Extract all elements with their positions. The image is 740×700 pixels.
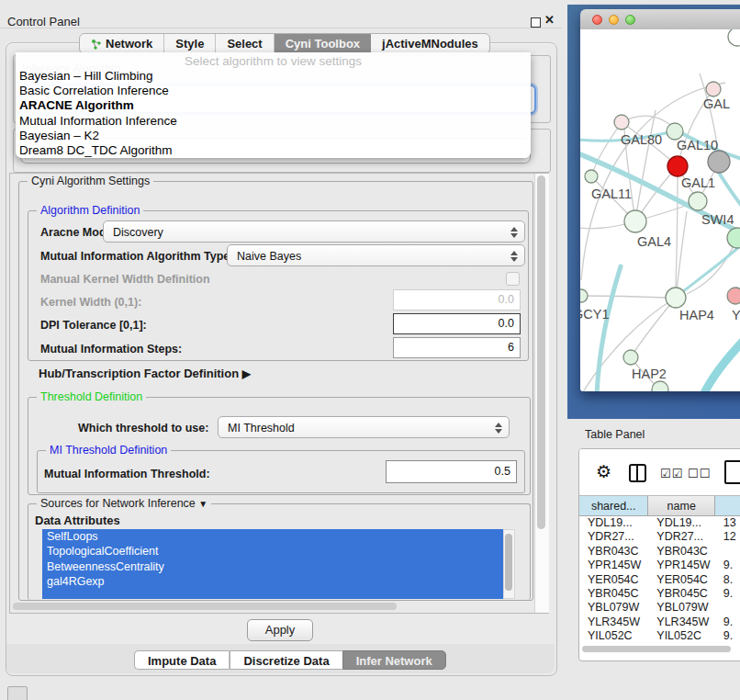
aracne-mode-combobox[interactable]: Discovery [103, 220, 525, 243]
table-panel: ⚙ ☑☑ ☐☐ shared... name YDL19...YDL19...1… [578, 448, 740, 661]
algorithm-placeholder: Select algorithm to view settings [16, 52, 531, 69]
table-cell: YER054C [648, 573, 715, 587]
network-node-gal[interactable] [706, 82, 721, 96]
table-cell [715, 545, 740, 559]
table-horizontal-scrollbar-thumb[interactable] [582, 646, 731, 652]
deselect-all-checkboxes-icon[interactable]: ☐☐ [688, 467, 711, 480]
algorithm-option[interactable]: Bayesian – K2 [16, 129, 531, 143]
tab-jactivemnodules[interactable]: jActiveMNodules [371, 34, 489, 53]
table-row[interactable]: YBR043CYBR043C [579, 545, 740, 559]
algorithm-option[interactable]: ARACNE Algorithm [16, 98, 531, 113]
attributes-list-scrollbar-thumb[interactable] [505, 534, 512, 591]
node-label: GAL4 [637, 234, 671, 249]
combo-arrows-icon [510, 250, 518, 263]
settings-vertical-scrollbar-thumb[interactable] [537, 175, 545, 529]
table-row[interactable]: YDL19...YDL19...13 [579, 516, 740, 530]
network-node[interactable] [708, 151, 730, 173]
table-cell: YBL079W [648, 601, 715, 615]
attribute-list-item[interactable]: BetweennessCentrality [42, 559, 503, 574]
network-node-gal11[interactable] [585, 170, 598, 183]
table-cell: YBR045C [648, 587, 715, 601]
table-row[interactable]: YDR27...YDR27...12 [579, 530, 740, 544]
mi-algorithm-type-label: Mutual Information Algorithm Type: [40, 250, 233, 263]
mi-algorithm-type-combobox[interactable]: Naive Bayes [227, 244, 525, 266]
tab-discretize-data[interactable]: Discretize Data [230, 650, 342, 670]
window-close-button[interactable] [592, 15, 602, 25]
table-body: YDL19...YDL19...13YDR27...YDR27...12YBR0… [579, 516, 740, 644]
node-label: GAL80 [621, 132, 662, 147]
table-row[interactable]: YER054CYER054C8. [579, 573, 740, 587]
collapsed-panel-button[interactable] [7, 686, 28, 700]
tab-infer-network[interactable]: Infer Network [342, 650, 446, 670]
table-row[interactable]: YLR345WYLR345W9. [579, 615, 740, 629]
attribute-list-item[interactable]: SelfLoops [42, 529, 503, 544]
which-threshold-value: MI Threshold [228, 422, 295, 435]
manual-kernel-width-checkbox[interactable] [506, 272, 520, 286]
column-header-partial[interactable] [715, 496, 740, 515]
dpi-tolerance-field[interactable]: 0.0 [393, 313, 521, 334]
tab-cyni-toolbox[interactable]: Cyni Toolbox [275, 34, 371, 53]
tab-select[interactable]: Select [216, 34, 274, 53]
which-threshold-combobox[interactable]: MI Threshold [218, 416, 510, 438]
new-table-icon[interactable] [724, 460, 740, 484]
table-row[interactable]: YBR045CYBR045C9. [579, 587, 740, 601]
collapse-down-icon: ▼ [198, 499, 207, 509]
select-all-checkboxes-icon[interactable]: ☑☑ [660, 467, 683, 480]
network-node-gal80[interactable] [614, 115, 629, 130]
float-window-icon[interactable] [531, 17, 541, 28]
network-node-hap4[interactable] [666, 288, 686, 308]
tab-impute-data[interactable]: Impute Data [134, 650, 229, 670]
table-row[interactable]: YIL052CYIL052C9. [579, 629, 740, 643]
mi-threshold-field[interactable]: 0.5 [386, 460, 517, 483]
kernel-width-field[interactable]: 0.0 [393, 289, 521, 310]
network-canvas[interactable]: GALGAL80GAL10GAL1GAL11SWI4GAL4GCY1HAP4YH… [580, 29, 740, 391]
algorithm-option[interactable]: Mutual Information Inference [16, 114, 531, 129]
column-layout-icon[interactable] [629, 464, 646, 482]
attribute-list-item[interactable]: gal4RGexp [42, 574, 503, 589]
column-header-name[interactable]: name [648, 496, 715, 515]
network-node[interactable] [728, 29, 740, 46]
window-minimize-button[interactable] [609, 15, 619, 25]
manual-kernel-width-label: Manual Kernel Width Definition [40, 273, 210, 286]
table-row[interactable]: YBL079WYBL079W [579, 601, 740, 615]
close-panel-icon[interactable]: ✕ [544, 13, 555, 27]
column-header-shared-name[interactable]: shared... [579, 496, 648, 515]
network-node-hap2[interactable] [623, 350, 638, 365]
attribute-list-item[interactable]: TopologicalCoefficient [42, 544, 503, 559]
network-window-titlebar[interactable] [580, 9, 740, 30]
mi-steps-field[interactable]: 6 [393, 337, 521, 358]
network-node-gcy1[interactable] [580, 289, 588, 302]
gear-icon[interactable]: ⚙ [596, 461, 611, 482]
hub-definition-toggle[interactable]: Hub/Transcription Factor Definition ▶ [39, 367, 251, 380]
algorithm-option[interactable]: Basic Correlation Inference [16, 84, 531, 98]
network-node-gal4[interactable] [624, 210, 646, 232]
table-row[interactable]: YPR145WYPR145W9. [579, 559, 740, 572]
network-node-y[interactable] [727, 288, 740, 304]
mi-steps-label: Mutual Information Steps: [40, 343, 182, 356]
network-node[interactable] [652, 381, 668, 391]
mi-threshold-label: Mutual Information Threshold: [44, 468, 210, 480]
sources-group-toggle[interactable]: Sources for Network Inference ▼ [37, 497, 211, 510]
aracne-mode-value: Discovery [113, 226, 163, 239]
table-cell: 9. [715, 587, 740, 601]
network-node-swi4[interactable] [727, 228, 740, 248]
tab-network[interactable]: Network [80, 34, 164, 53]
screen: { "control_panel": { "title": "Control P… [0, 0, 740, 700]
table-toolbar: ⚙ ☑☑ ☐☐ [579, 449, 740, 493]
tab-style[interactable]: Style [164, 34, 216, 53]
mi-algorithm-type-value: Naive Bayes [237, 250, 301, 263]
apply-button[interactable]: Apply [247, 619, 313, 641]
control-panel-tabbar: Network Style Select Cyni Toolbox jActiv… [79, 33, 490, 54]
window-zoom-button[interactable] [625, 15, 635, 25]
network-graph: GALGAL80GAL10GAL1GAL11SWI4GAL4GCY1HAP4YH… [580, 29, 740, 391]
table-cell: YDL19... [648, 516, 715, 530]
network-view-window[interactable]: GALGAL80GAL10GAL1GAL11SWI4GAL4GCY1HAP4YH… [580, 9, 740, 391]
network-node[interactable] [667, 156, 688, 176]
algorithm-option[interactable]: Dream8 DC_TDC Algorithm [16, 143, 531, 158]
bottom-tabbar: Impute Data Discretize Data Infer Networ… [134, 650, 446, 670]
data-attributes-list[interactable]: SelfLoopsTopologicalCoefficientBetweenne… [42, 529, 503, 599]
algorithm-option[interactable]: Bayesian – Hill Climbing [16, 69, 531, 84]
network-node-gal1[interactable] [689, 192, 707, 210]
table-cell: YBR043C [579, 545, 648, 559]
settings-horizontal-scrollbar-thumb[interactable] [13, 603, 397, 610]
